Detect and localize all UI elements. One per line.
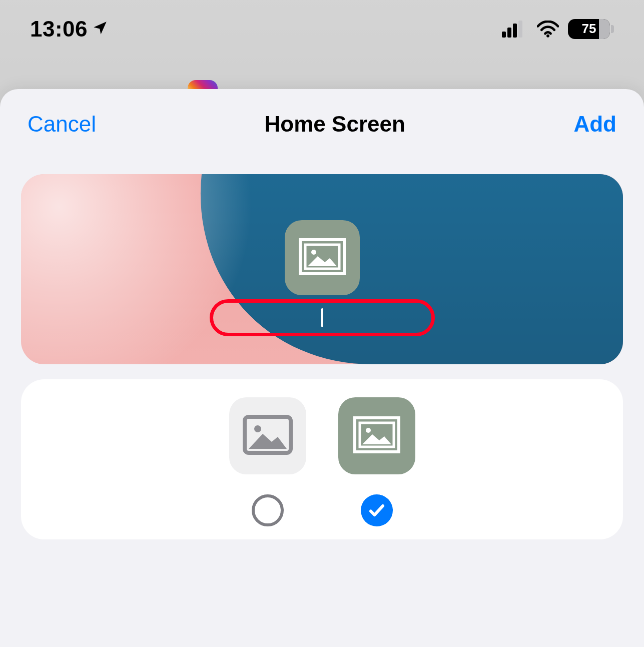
- add-to-home-sheet: Cancel Home Screen Add: [0, 89, 644, 647]
- photo-icon: [243, 415, 293, 457]
- battery-percent: 75: [582, 21, 596, 37]
- icon-name-input[interactable]: [210, 299, 435, 336]
- picture-icon: [299, 238, 346, 277]
- svg-rect-1: [507, 28, 511, 38]
- icon-option-photo[interactable]: [229, 397, 306, 539]
- picture-icon: [353, 416, 400, 455]
- icon-option-default[interactable]: [338, 397, 415, 539]
- svg-point-4: [546, 34, 549, 37]
- svg-point-7: [311, 250, 316, 255]
- location-icon: [92, 17, 109, 42]
- cancel-button[interactable]: Cancel: [28, 112, 96, 137]
- home-screen-preview: [21, 174, 623, 364]
- cellular-icon: [502, 21, 528, 38]
- home-screen-icon-preview: [285, 220, 360, 295]
- svg-rect-3: [518, 21, 522, 38]
- sheet-title: Home Screen: [265, 112, 405, 137]
- wifi-icon: [537, 21, 559, 38]
- svg-rect-2: [513, 24, 517, 38]
- svg-point-12: [366, 428, 371, 433]
- status-time: 13:06: [30, 17, 88, 42]
- svg-point-9: [254, 425, 261, 432]
- text-caret: [321, 308, 323, 327]
- photo-tile: [229, 397, 306, 474]
- icon-options-card: [21, 379, 623, 539]
- default-tile: [338, 397, 415, 474]
- add-button[interactable]: Add: [573, 112, 616, 137]
- status-bar: 13:06 75: [0, 0, 644, 58]
- radio-unselected[interactable]: [252, 494, 284, 526]
- radio-selected[interactable]: [361, 494, 393, 526]
- sheet-navbar: Cancel Home Screen Add: [0, 89, 644, 159]
- battery-icon: 75: [568, 19, 614, 39]
- svg-rect-0: [502, 32, 506, 38]
